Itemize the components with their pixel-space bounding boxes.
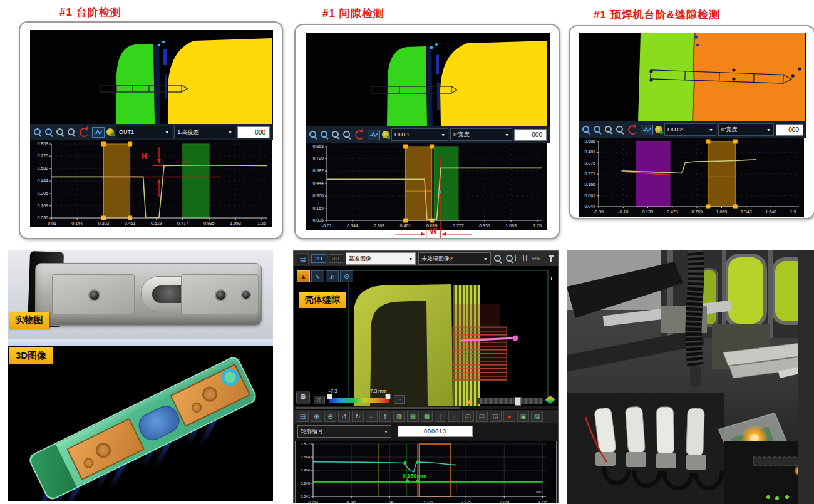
svg-text:0.166: 0.166 <box>584 182 595 187</box>
profile-view-icon[interactable] <box>641 125 653 135</box>
output-select[interactable]: OUT2 <box>664 123 716 136</box>
title-gap-detection: #1 间隙检测 <box>322 6 384 21</box>
svg-text:0.250: 0.250 <box>308 500 318 503</box>
profile-view-icon[interactable] <box>92 127 105 138</box>
zoom-region-icon[interactable] <box>67 128 76 137</box>
zoom-region-icon[interactable] <box>616 125 625 135</box>
output-select[interactable]: OUT1 <box>391 128 448 141</box>
tab-3d[interactable]: 3D <box>329 254 344 263</box>
vision-toolbar-step: OUT1 1:高度差 000 <box>30 124 273 140</box>
zoom-out-icon[interactable] <box>593 125 602 135</box>
panel-step-detection: OUT1 1:高度差 000 H0.8530.7200.5820.4440.30… <box>19 21 283 239</box>
svg-text:0.144: 0.144 <box>347 224 358 228</box>
zoom-out-icon[interactable] <box>44 128 54 137</box>
pin-icon[interactable] <box>550 255 552 262</box>
zoom-out-icon[interactable] <box>320 130 329 140</box>
export-icon[interactable]: ▣ <box>517 411 529 422</box>
zoom-fit-icon[interactable] <box>604 125 614 135</box>
tool-tag-icon[interactable] <box>382 131 389 138</box>
svg-text:-0.01: -0.01 <box>46 221 56 225</box>
view-profile-icon[interactable]: ∿ <box>311 270 324 282</box>
measure-mode-select[interactable]: 1:高度差 <box>174 126 235 138</box>
measure-value-field[interactable]: 000 <box>237 126 270 138</box>
zoom-in-icon[interactable]: ⊕ <box>311 411 322 422</box>
zoom-out-icon[interactable]: ⊖ <box>324 411 336 422</box>
heightmap-scene <box>579 33 805 121</box>
palette-icon[interactable]: ▨ <box>531 411 543 422</box>
profile-row-icon[interactable]: ▦ <box>407 411 419 422</box>
contour-chart[interactable]: 0.180mmmm0.8720.6640.4560.2490.0410.2500… <box>296 441 556 503</box>
vision-toolbar-preweld: OUT2 0:宽度 000 <box>579 121 806 138</box>
layout-icon[interactable]: ▤ <box>297 253 309 264</box>
profile-col-icon[interactable]: ▩ <box>421 411 433 422</box>
refresh-icon[interactable] <box>628 125 637 135</box>
svg-text:3.215: 3.215 <box>538 500 548 503</box>
zoom-fit-icon[interactable] <box>56 128 65 137</box>
view-tool-icon[interactable]: ⊙ <box>340 270 353 282</box>
page-layout-icon[interactable]: ▤ <box>297 411 309 422</box>
zoom-in-icon[interactable] <box>493 254 503 264</box>
heightmap-image-gap <box>306 33 550 126</box>
svg-text:0.303: 0.303 <box>374 224 385 228</box>
refresh-icon[interactable] <box>80 128 89 137</box>
fit-screen-icon[interactable] <box>517 255 525 262</box>
region-top-icon[interactable]: ◰ <box>462 411 474 422</box>
measure-value-field[interactable]: 000 <box>514 129 547 141</box>
colorbar-mode-icon[interactable]: ◫ <box>314 396 325 404</box>
svg-text:0.306: 0.306 <box>312 193 324 198</box>
contour-number-select[interactable]: 轮廓编号 <box>297 425 391 438</box>
pause-icon[interactable]: ∥ <box>435 411 446 422</box>
frame-icon[interactable]: ▫ <box>448 411 460 422</box>
palette-diamond-icon[interactable] <box>545 395 555 405</box>
shell-gap-label: 壳体缝隙 <box>299 292 346 308</box>
region-mid-icon[interactable]: ◱ <box>476 411 488 422</box>
view-3d-icon[interactable]: ◭ <box>326 270 339 282</box>
record-icon[interactable]: ● <box>503 411 515 422</box>
contour-number-field[interactable]: 000613 <box>398 426 473 437</box>
tab-2d[interactable]: 2D <box>311 254 326 263</box>
processed-image-value: 未处理图像2 <box>421 255 453 263</box>
zoom-in-icon[interactable] <box>309 130 318 140</box>
output-select-value: OUT1 <box>394 131 410 138</box>
range-expand-icon[interactable]: ⇔ <box>394 395 405 404</box>
view-height-icon[interactable]: ▲ <box>297 270 310 282</box>
output-select[interactable]: OUT1 <box>116 126 172 138</box>
svg-text:1.640: 1.640 <box>765 210 776 214</box>
rotate-cw-icon[interactable]: ↻ <box>352 411 364 422</box>
rotate-ccw-icon[interactable]: ↺ <box>338 411 350 422</box>
svg-text:-0.39: -0.39 <box>594 210 604 214</box>
measure-value-field[interactable]: 000 <box>776 124 803 136</box>
tool-tag-icon[interactable] <box>655 126 662 133</box>
zoom-in-icon[interactable] <box>33 128 43 137</box>
zoom-in-icon[interactable] <box>582 125 591 135</box>
scale-h-icon[interactable]: ⇔ <box>366 411 378 422</box>
profile-view-icon[interactable] <box>368 130 380 140</box>
processed-image-select[interactable]: 未处理图像2 <box>418 252 491 265</box>
svg-text:0.306: 0.306 <box>37 191 48 195</box>
svg-text:0.582: 0.582 <box>312 168 324 173</box>
profile-chart-gap[interactable]: W0.8530.7200.5820.4440.3060.1690.036-0.0… <box>306 143 550 239</box>
profile-chart-step[interactable]: H0.8530.7200.5820.4440.3060.1690.036-0.0… <box>30 140 273 229</box>
zoom-fit-icon[interactable] <box>331 130 341 140</box>
vision-toolbar-gap: OUT1 0:宽度 000 <box>306 126 550 143</box>
scale-v-icon[interactable]: ⇕ <box>379 411 391 422</box>
refresh-icon[interactable] <box>355 130 364 140</box>
view-scroll-strip[interactable] <box>294 406 558 409</box>
zoom-out-icon[interactable] <box>505 254 515 264</box>
profile-chart-preweld[interactable]: 0.5860.4810.3760.2710.1660.061-0.044-0.3… <box>579 138 806 219</box>
reference-image-select[interactable]: 基准图像 <box>346 252 416 265</box>
measure-mode-select[interactable]: 0:宽度 <box>450 128 512 141</box>
svg-text:0.456: 0.456 <box>301 468 311 472</box>
gear-icon[interactable]: ⚙ <box>296 391 310 404</box>
svg-text:0.461: 0.461 <box>400 224 411 228</box>
horizontal-scrollbar[interactable] <box>477 398 543 404</box>
height-colorbar[interactable] <box>329 398 389 403</box>
tool-tag-icon[interactable] <box>106 128 114 136</box>
fullscreen-icon[interactable] <box>542 272 552 280</box>
measure-mode-select[interactable]: 0:宽度 <box>718 123 774 136</box>
zoom-region-icon[interactable] <box>343 130 352 140</box>
svg-text:0.777: 0.777 <box>177 221 188 225</box>
measure-grid-icon[interactable]: ▥ <box>393 411 405 422</box>
software-top-toolbar: ▤ 2D 3D 基准图像 未处理图像2 5% <box>294 251 558 267</box>
region-bot-icon[interactable]: ◲ <box>490 411 502 422</box>
